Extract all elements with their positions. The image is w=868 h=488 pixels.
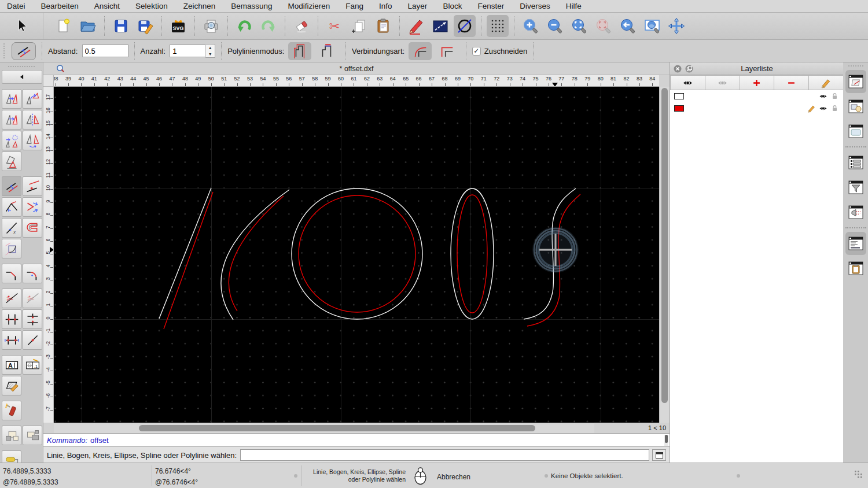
join-round-button[interactable] bbox=[409, 42, 432, 60]
menu-datei[interactable]: Datei bbox=[7, 2, 25, 10]
new-file-button[interactable] bbox=[53, 15, 75, 37]
add-layer-button[interactable] bbox=[740, 75, 775, 90]
document-tab-bar[interactable]: * offset.dxf bbox=[43, 62, 670, 75]
drawing-canvas[interactable] bbox=[54, 87, 659, 423]
panel-layer-button[interactable] bbox=[845, 70, 866, 93]
show-all-layers-button[interactable] bbox=[670, 75, 705, 90]
svg-export-button[interactable]: SVG bbox=[167, 15, 189, 37]
corner-bevel-button[interactable] bbox=[2, 264, 21, 283]
edit-pencil-button[interactable] bbox=[405, 15, 427, 37]
zoom-out-button[interactable] bbox=[544, 15, 566, 37]
panel-block-button[interactable] bbox=[845, 95, 866, 118]
modify-flip-button[interactable] bbox=[23, 131, 42, 150]
menu-fang[interactable]: Fang bbox=[345, 2, 363, 10]
command-history-scrollbar-thumb[interactable] bbox=[665, 435, 668, 443]
panel-command-button[interactable] bbox=[845, 232, 866, 255]
modify-blend-button[interactable] bbox=[2, 239, 21, 258]
command-detach-button[interactable] bbox=[652, 449, 666, 461]
block-edit-button[interactable] bbox=[23, 426, 42, 445]
panel-filter-button[interactable] bbox=[845, 176, 866, 199]
panel-view-button[interactable] bbox=[845, 120, 866, 143]
zoom-in-button[interactable] bbox=[520, 15, 542, 37]
menu-block[interactable]: Block bbox=[443, 2, 462, 10]
eye-icon[interactable] bbox=[819, 92, 827, 101]
vertical-scrollbar[interactable] bbox=[659, 87, 670, 423]
save-as-button[interactable] bbox=[134, 15, 156, 37]
block-create-button[interactable] bbox=[2, 426, 21, 445]
modify-rotate-button[interactable] bbox=[23, 89, 42, 109]
close-panel-icon[interactable] bbox=[673, 64, 682, 73]
text-edit-button[interactable]: A bbox=[2, 355, 21, 375]
menu-ansicht[interactable]: Ansicht bbox=[94, 2, 120, 10]
zoom-auto-button[interactable] bbox=[568, 15, 590, 37]
remove-layer-button[interactable] bbox=[774, 75, 809, 90]
menu-fenster[interactable]: Fenster bbox=[477, 2, 504, 10]
copy-button[interactable] bbox=[348, 15, 370, 37]
undo-button[interactable] bbox=[233, 15, 255, 37]
hatch-edit-button[interactable] bbox=[2, 376, 21, 395]
lengthen-button[interactable] bbox=[2, 330, 21, 350]
abstand-input[interactable] bbox=[82, 45, 128, 57]
corner-round-button[interactable] bbox=[23, 264, 42, 283]
polyline-mode-outline-button[interactable] bbox=[288, 42, 311, 60]
menu-bemassung[interactable]: Bemassung bbox=[231, 2, 272, 10]
explode-button[interactable] bbox=[2, 401, 21, 420]
modify-lengthen-free-button[interactable]: x bbox=[2, 218, 21, 238]
break-gap-button[interactable] bbox=[23, 309, 42, 329]
layer-row-versatz[interactable] bbox=[670, 102, 844, 114]
modify-offset-button[interactable] bbox=[2, 176, 21, 196]
cut-button[interactable]: ✂ bbox=[323, 15, 345, 37]
modify-project-button[interactable] bbox=[2, 151, 21, 171]
modify-move-copy-button[interactable] bbox=[2, 89, 21, 109]
float-panel-icon[interactable] bbox=[685, 64, 693, 73]
open-file-button[interactable] bbox=[77, 15, 99, 37]
lock-icon[interactable] bbox=[830, 92, 839, 101]
layer-color-swatch[interactable] bbox=[674, 93, 684, 99]
offset-tool-indicator-button[interactable] bbox=[12, 42, 36, 60]
pencil-icon[interactable] bbox=[807, 104, 816, 113]
menu-diverses[interactable]: Diverses bbox=[520, 2, 550, 10]
stepper-up-icon[interactable]: ▲ bbox=[205, 45, 215, 51]
modify-offset-point-button[interactable] bbox=[23, 176, 42, 196]
back-button[interactable] bbox=[2, 70, 42, 84]
modify-stretch-button[interactable] bbox=[23, 197, 42, 217]
layer-color-swatch[interactable] bbox=[674, 105, 684, 112]
panel-list-button[interactable] bbox=[845, 151, 866, 174]
pointer-tool-button[interactable] bbox=[10, 15, 32, 37]
menu-layer[interactable]: Layer bbox=[408, 2, 428, 10]
paste-button[interactable] bbox=[372, 15, 394, 37]
eye-icon[interactable] bbox=[819, 104, 827, 113]
polyline-mode-segment-button[interactable] bbox=[315, 42, 338, 60]
panel-library-button[interactable] bbox=[845, 201, 866, 224]
anzahl-input[interactable] bbox=[170, 45, 205, 57]
save-button[interactable] bbox=[110, 15, 132, 37]
edit-layer-button[interactable] bbox=[809, 75, 844, 90]
zoom-pan-button[interactable] bbox=[665, 15, 687, 37]
print-preview-button[interactable] bbox=[200, 15, 222, 37]
menu-zeichnen[interactable]: Zeichnen bbox=[183, 2, 216, 10]
trim-two-button[interactable]: ✂ bbox=[23, 289, 42, 308]
zuschneiden-checkbox[interactable]: ✓ bbox=[472, 47, 481, 56]
horizontal-scrollbar[interactable] bbox=[54, 423, 659, 433]
divide-button[interactable] bbox=[23, 330, 42, 350]
modify-move-rotate-button[interactable] bbox=[2, 131, 21, 150]
panel-clipboard-button[interactable] bbox=[845, 257, 866, 280]
menu-info[interactable]: Info bbox=[379, 2, 392, 10]
line-tool-button[interactable] bbox=[429, 15, 451, 37]
offset-tool-button[interactable] bbox=[454, 15, 476, 37]
zoom-window-button[interactable] bbox=[641, 15, 663, 37]
modify-offset-shape-button[interactable] bbox=[23, 218, 42, 238]
redo-button[interactable] bbox=[258, 15, 279, 37]
modify-move-button[interactable] bbox=[2, 110, 21, 130]
anzahl-stepper[interactable]: ▲ ▼ bbox=[205, 44, 215, 58]
menu-hilfe[interactable]: Hilfe bbox=[566, 2, 582, 10]
join-sharp-button[interactable] bbox=[435, 42, 458, 60]
layer-row-0[interactable] bbox=[670, 90, 844, 102]
stepper-down-icon[interactable]: ▼ bbox=[205, 51, 215, 57]
command-history-scrollbar[interactable] bbox=[664, 435, 668, 446]
break-between-button[interactable] bbox=[2, 309, 21, 329]
zoom-selection-button[interactable] bbox=[593, 15, 615, 37]
zoom-previous-button[interactable] bbox=[617, 15, 639, 37]
menu-selektion[interactable]: Selektion bbox=[135, 2, 168, 10]
dimension-edit-button[interactable]: .1 bbox=[23, 355, 42, 375]
